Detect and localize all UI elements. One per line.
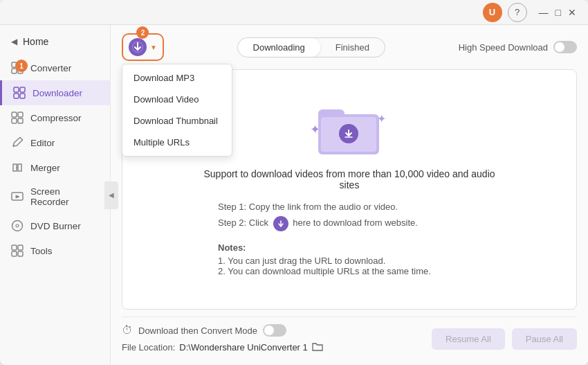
maximize-button[interactable]: □ (552, 6, 564, 19)
step2-text: Step 2: Click here to download from webs… (218, 216, 481, 231)
folder-open-button[interactable] (312, 341, 323, 354)
convert-mode-row: ⏱ Download then Convert Mode (122, 324, 323, 337)
svg-point-13 (12, 221, 23, 231)
converter-badge: 1 (15, 60, 28, 72)
sidebar-item-label-screen-recorder: Screen Recorder (30, 186, 99, 207)
sidebar-home[interactable]: ◀ Home (0, 30, 110, 53)
sidebar-item-dvd-burner[interactable]: DVD Burner (0, 213, 110, 238)
folder-download-arrow-icon (339, 124, 358, 143)
svg-rect-7 (20, 94, 25, 98)
folder-inner (321, 117, 376, 152)
dropdown-arrow-icon: ▼ (150, 44, 157, 51)
app-window: U ? — □ ✕ ◀ Home Conv (0, 0, 588, 365)
file-path: D:\Wondershare UniConverter 1 (179, 342, 307, 353)
merger-icon (11, 161, 24, 174)
download-badge: 2 (136, 26, 149, 39)
note2: 2. You can download multiple URLs at the… (218, 266, 481, 276)
bottom-right-actions: Resume All Pause All (432, 328, 577, 350)
sidebar-item-label-tools: Tools (30, 246, 53, 256)
tab-downloading[interactable]: Downloading (238, 38, 320, 57)
dvd-burner-icon (11, 220, 24, 232)
sidebar-item-converter[interactable]: Converter 1 (0, 55, 110, 80)
svg-rect-11 (18, 118, 23, 123)
toolbar: 2 ▼ Download MP3 D (122, 33, 577, 61)
sparkle-decoration-icon: ✦ (377, 112, 386, 125)
svg-rect-15 (12, 245, 17, 250)
sidebar-item-label-merger: Merger (30, 163, 60, 173)
sidebar-item-merger[interactable]: Merger (0, 155, 110, 180)
file-location-row: File Location: D:\Wondershare UniConvert… (122, 341, 323, 354)
tab-group: Downloading Finished (237, 37, 385, 57)
svg-point-14 (16, 224, 19, 227)
pause-all-button[interactable]: Pause All (512, 328, 577, 350)
sidebar-item-downloader[interactable]: Downloader (0, 80, 110, 105)
screen-recorder-icon (11, 190, 24, 203)
folder-body (318, 114, 379, 154)
add-download-icon (129, 38, 147, 56)
content-area: 2 ▼ Download MP3 D (111, 25, 588, 365)
compressor-icon (11, 112, 24, 124)
timer-icon: ⏱ (122, 324, 133, 337)
step2-icon (273, 216, 288, 231)
bottom-bar: ⏱ Download then Convert Mode File Locati… (122, 317, 577, 357)
svg-rect-4 (14, 87, 19, 92)
dropdown-item-video[interactable]: Download Video (122, 89, 232, 110)
svg-rect-18 (18, 251, 23, 256)
file-location-label: File Location: (122, 342, 175, 353)
close-button[interactable]: ✕ (564, 6, 580, 19)
convert-mode-toggle-thumb (264, 326, 274, 335)
convert-mode-label: Download then Convert Mode (138, 326, 257, 336)
dropdown-item-thumbnail[interactable]: Download Thumbnail (122, 110, 232, 132)
title-bar: U ? — □ ✕ (0, 0, 588, 25)
sidebar-item-label-converter: Converter (30, 63, 71, 73)
tools-icon (11, 244, 24, 257)
svg-rect-6 (14, 94, 19, 98)
folder-illustration: ✦ ✦ (318, 103, 380, 154)
download-dropdown-menu: Download MP3 Download Video Download Thu… (122, 64, 232, 157)
sidebar-item-editor[interactable]: Editor (0, 130, 110, 155)
tab-finished[interactable]: Finished (320, 38, 385, 57)
step1-text: Step 1: Copy the link from the audio or … (218, 202, 481, 212)
notes-title: Notes: (218, 242, 481, 253)
svg-rect-8 (12, 112, 17, 117)
dropdown-item-mp3[interactable]: Download MP3 (122, 67, 232, 89)
svg-rect-9 (18, 112, 23, 117)
note1: 1. You can just drag the URL to download… (218, 256, 481, 266)
sidebar-item-tools[interactable]: Tools (0, 238, 110, 263)
svg-rect-16 (18, 245, 23, 250)
home-label: Home (23, 36, 48, 47)
sidebar-item-compressor[interactable]: Compressor (0, 105, 110, 130)
sidebar: ◀ Home Converter 1 (0, 25, 111, 365)
bottom-left-controls: ⏱ Download then Convert Mode File Locati… (122, 324, 323, 354)
sidebar-item-label-downloader: Downloader (33, 88, 82, 98)
speed-toggle-label: High Speed Download (459, 42, 548, 53)
sidebar-item-label-dvd-burner: DVD Burner (30, 221, 81, 231)
step2-prefix: Step 2: Click (218, 217, 268, 228)
convert-mode-toggle[interactable] (263, 324, 286, 337)
back-arrow-icon: ◀ (11, 37, 17, 46)
resume-all-button[interactable]: Resume All (432, 328, 505, 350)
sidebar-item-label-compressor: Compressor (30, 113, 82, 123)
notes-section: Notes: 1. You can just drag the URL to d… (218, 242, 481, 276)
minimize-button[interactable]: — (535, 6, 552, 19)
user-avatar[interactable]: U (483, 3, 502, 22)
svg-rect-5 (20, 87, 25, 92)
support-text: Support to download videos from more tha… (203, 168, 495, 190)
step2-suffix: here to download from website. (293, 217, 418, 228)
sidebar-item-label-editor: Editor (30, 138, 55, 148)
svg-rect-10 (12, 118, 17, 123)
downloader-icon (13, 87, 26, 99)
dropdown-item-multiple-urls[interactable]: Multiple URLs (122, 132, 232, 153)
editor-icon (11, 136, 24, 149)
speed-toggle-switch[interactable] (553, 41, 577, 53)
download-button-wrapper: 2 ▼ Download MP3 D (122, 33, 164, 61)
sidebar-item-screen-recorder[interactable]: Screen Recorder (0, 180, 110, 213)
svg-rect-17 (12, 251, 17, 256)
speed-toggle-thumb (555, 42, 564, 52)
sidebar-collapse-button[interactable]: ◀ (104, 181, 118, 209)
help-button[interactable]: ? (508, 3, 527, 22)
speed-toggle-group: High Speed Download (459, 41, 577, 53)
